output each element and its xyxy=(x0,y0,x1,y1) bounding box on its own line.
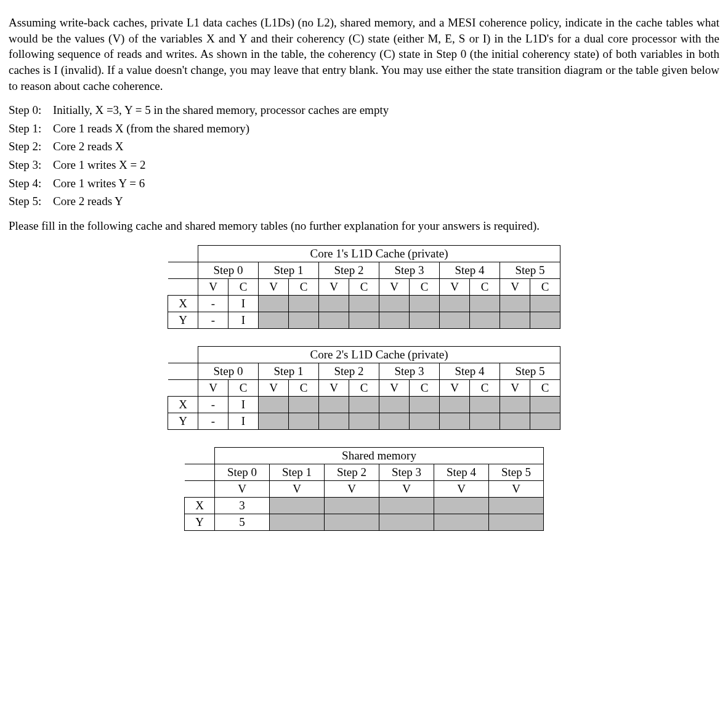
cell-v[interactable] xyxy=(500,312,530,328)
cell-c[interactable] xyxy=(410,396,440,413)
table-row: X - I xyxy=(168,396,560,413)
subcol-v: V xyxy=(440,379,470,396)
cell-v[interactable] xyxy=(270,497,325,514)
col-step: Step 0 xyxy=(198,363,259,379)
subcol-v: V xyxy=(379,278,410,295)
cell-v[interactable] xyxy=(440,396,470,413)
cell-v[interactable] xyxy=(440,295,470,312)
cell-c[interactable] xyxy=(289,295,319,312)
cell-v[interactable] xyxy=(379,396,410,413)
subcol-c: C xyxy=(410,278,440,295)
cell-c[interactable] xyxy=(349,413,379,429)
step-row: Step 2: Core 2 reads X xyxy=(9,139,719,155)
shared-memory-table: Shared memory Step 0 Step 1 Step 2 Step … xyxy=(184,447,544,531)
cell-c[interactable] xyxy=(349,295,379,312)
cell-v[interactable] xyxy=(259,312,289,328)
cell-c[interactable] xyxy=(410,295,440,312)
subcol-c: C xyxy=(470,278,500,295)
cell-c[interactable] xyxy=(349,312,379,328)
step-row: Step 0: Initially, X =3, Y = 5 in the sh… xyxy=(9,102,719,118)
cell-c[interactable] xyxy=(470,312,500,328)
subcol-c: C xyxy=(349,278,379,295)
table-title: Shared memory xyxy=(215,447,544,464)
subcol-c: C xyxy=(229,379,259,396)
cell-v[interactable] xyxy=(259,413,289,429)
cell-v[interactable] xyxy=(319,312,349,328)
cell-c[interactable] xyxy=(470,295,500,312)
subcol-c: C xyxy=(530,278,560,295)
cell-v[interactable] xyxy=(325,514,379,530)
col-step: Step 0 xyxy=(198,262,259,278)
core1-cache-table: Core 1's L1D Cache (private) Step 0 Step… xyxy=(168,245,560,329)
col-step: Step 3 xyxy=(379,363,440,379)
cell-v[interactable] xyxy=(270,514,325,530)
subcol-v: V xyxy=(270,480,325,497)
subcol-v: V xyxy=(259,278,289,295)
cell-v[interactable] xyxy=(440,312,470,328)
corner-cell xyxy=(185,464,215,480)
subcol-v: V xyxy=(198,278,229,295)
col-step: Step 0 xyxy=(215,464,270,480)
cell-c[interactable] xyxy=(410,413,440,429)
cell-v[interactable] xyxy=(434,497,489,514)
corner-cell xyxy=(185,447,215,464)
cell-v[interactable] xyxy=(489,497,544,514)
step-row: Step 5: Core 2 reads Y xyxy=(9,193,719,209)
cell-c: I xyxy=(229,295,259,312)
cell-c[interactable] xyxy=(530,413,560,429)
cell-c: I xyxy=(229,312,259,328)
corner-cell xyxy=(185,480,215,497)
cell-v[interactable] xyxy=(325,497,379,514)
cell-v[interactable] xyxy=(379,312,410,328)
col-step: Step 1 xyxy=(259,363,319,379)
cell-v[interactable] xyxy=(489,514,544,530)
cell-v[interactable] xyxy=(440,413,470,429)
cell-v: 5 xyxy=(215,514,270,530)
cell-v[interactable] xyxy=(319,295,349,312)
subcol-v: V xyxy=(198,379,229,396)
cell-c[interactable] xyxy=(289,413,319,429)
step-label: Step 3: xyxy=(9,157,53,173)
subcol-v: V xyxy=(325,480,379,497)
col-step: Step 3 xyxy=(379,464,434,480)
step-text: Core 1 writes X = 2 xyxy=(53,157,719,173)
cell-c[interactable] xyxy=(530,312,560,328)
col-step: Step 4 xyxy=(440,262,500,278)
cell-v[interactable] xyxy=(500,396,530,413)
cell-c[interactable] xyxy=(470,396,500,413)
cell-c[interactable] xyxy=(410,312,440,328)
cell-v[interactable] xyxy=(500,413,530,429)
cell-c[interactable] xyxy=(289,396,319,413)
subcol-v: V xyxy=(319,379,349,396)
corner-cell xyxy=(168,278,198,295)
cell-v[interactable] xyxy=(319,413,349,429)
col-step: Step 5 xyxy=(489,464,544,480)
cell-c[interactable] xyxy=(530,396,560,413)
cell-v[interactable] xyxy=(379,497,434,514)
cell-v[interactable] xyxy=(259,295,289,312)
cell-c: I xyxy=(229,413,259,429)
step-label: Step 4: xyxy=(9,176,53,192)
cell-v[interactable] xyxy=(259,396,289,413)
step-label: Step 1: xyxy=(9,121,53,137)
cell-v[interactable] xyxy=(379,514,434,530)
subcol-c: C xyxy=(349,379,379,396)
steps-list: Step 0: Initially, X =3, Y = 5 in the sh… xyxy=(9,102,719,209)
row-var: X xyxy=(168,396,198,413)
cell-c[interactable] xyxy=(530,295,560,312)
col-step: Step 2 xyxy=(325,464,379,480)
cell-c[interactable] xyxy=(470,413,500,429)
cell-v[interactable] xyxy=(500,295,530,312)
col-step: Step 3 xyxy=(379,262,440,278)
col-step: Step 4 xyxy=(440,363,500,379)
step-label: Step 2: xyxy=(9,139,53,155)
col-step: Step 2 xyxy=(319,262,379,278)
cell-v[interactable] xyxy=(379,295,410,312)
table-row: X - I xyxy=(168,295,560,312)
table-row: Y - I xyxy=(168,312,560,328)
cell-v[interactable] xyxy=(319,396,349,413)
cell-v[interactable] xyxy=(379,413,410,429)
cell-c[interactable] xyxy=(289,312,319,328)
cell-v[interactable] xyxy=(434,514,489,530)
cell-c[interactable] xyxy=(349,396,379,413)
